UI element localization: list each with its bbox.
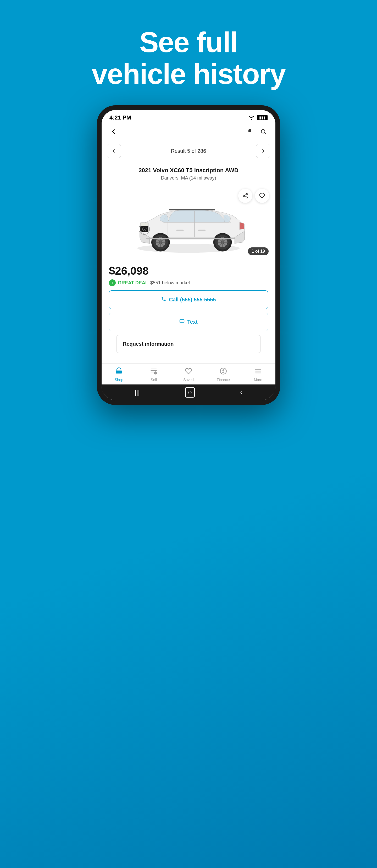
status-time: 4:21 PM [109,114,131,121]
svg-point-3 [246,197,248,198]
app-header [102,123,275,140]
deal-sub: $551 below market [150,280,190,286]
deal-badge: ↑ GREAT DEAL $551 below market [109,279,268,286]
hero-line2: vehicle history [92,58,285,90]
shop-label: Shop [115,378,123,382]
car-price: $26,098 [109,265,268,277]
phone-wrapper: 4:21 PM ▮▮▮ [97,105,280,405]
image-counter: 1 of 19 [248,247,269,255]
svg-point-1 [246,193,248,195]
svg-text:Ⓥ: Ⓥ [142,226,147,231]
message-icon [179,319,184,325]
svg-point-2 [243,195,245,196]
cta-section: Call (555) 555-5555 Text [102,290,275,331]
nav-item-finance[interactable]: Finance [213,367,234,382]
svg-rect-29 [146,238,235,240]
back-gesture-button[interactable]: ‹ [240,389,242,396]
car-title-section: 2021 Volvo XC60 T5 Inscription AWD Danve… [102,162,275,183]
shop-icon [115,367,123,377]
svg-line-5 [244,194,246,195]
recents-button[interactable]: ||| [135,389,140,396]
finance-icon [220,367,227,377]
bottom-navigation: Shop Sell [102,364,275,384]
deal-label: GREAT DEAL [118,280,148,286]
saved-label: Saved [183,378,194,382]
nav-item-saved[interactable]: Saved [178,367,199,382]
hero-line1: See full [139,26,237,58]
back-button[interactable] [108,126,119,137]
battery-icon: ▮▮▮ [257,115,268,120]
price-section: $26,098 ↑ GREAT DEAL $551 below market [102,259,275,290]
notification-button[interactable] [244,126,255,137]
svg-line-4 [244,196,246,197]
phone-screen: 4:21 PM ▮▮▮ [102,110,275,400]
text-button[interactable]: Text [109,313,268,331]
svg-rect-30 [169,209,215,211]
phone-frame: 4:21 PM ▮▮▮ [97,105,280,405]
svg-rect-32 [116,371,122,374]
sell-label: Sell [151,378,157,382]
svg-rect-9 [176,229,184,231]
call-button[interactable]: Call (555) 555-5555 [109,290,268,309]
saved-icon [185,367,192,377]
car-location: Danvers, MA (14 mi away) [108,175,269,181]
car-image-section: Ⓥ [102,183,275,259]
sell-icon [150,367,157,377]
svg-rect-10 [198,229,206,231]
phone-gesture-bar: ||| ○ ‹ [102,384,275,400]
nav-item-sell[interactable]: Sell [143,367,164,382]
text-label: Text [187,319,198,325]
wifi-icon [248,115,254,120]
request-information-section[interactable]: Request information [116,335,261,353]
car-svg: Ⓥ [121,189,256,257]
deal-icon: ↑ [109,279,116,286]
phone-icon [161,297,166,303]
prev-result-button[interactable] [107,144,121,158]
call-label: Call (555) 555-5555 [169,297,216,303]
request-title: Request information [123,341,174,347]
status-icons: ▮▮▮ [248,115,268,120]
favorite-button[interactable] [255,189,269,203]
search-button[interactable] [258,126,269,137]
status-bar: 4:21 PM ▮▮▮ [102,110,275,123]
more-label: More [254,378,262,382]
home-button[interactable]: ○ [185,387,195,398]
nav-item-shop[interactable]: Shop [108,367,129,382]
svg-rect-31 [180,319,184,322]
finance-label: Finance [217,378,230,382]
more-icon [254,367,262,377]
result-navigation: Result 5 of 286 [102,140,275,162]
car-title: 2021 Volvo XC60 T5 Inscription AWD [108,167,269,174]
share-button[interactable] [238,189,252,203]
next-result-button[interactable] [256,144,270,158]
hero-section: See full vehicle history [92,26,285,90]
result-counter: Result 5 of 286 [171,148,206,154]
car-action-buttons [238,189,269,203]
nav-item-more[interactable]: More [248,367,269,382]
header-actions [244,126,269,137]
